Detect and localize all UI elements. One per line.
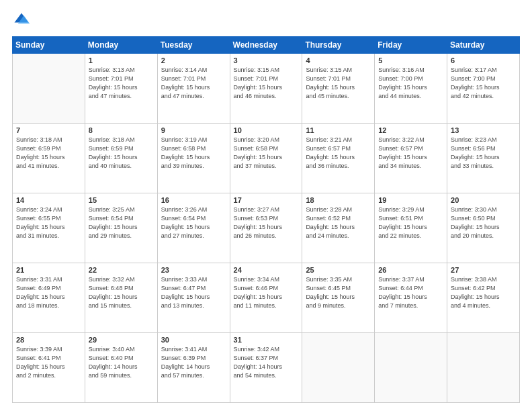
day-number: 19 (378, 196, 443, 204)
day-info: Sunrise: 3:22 AM Sunset: 6:57 PM Dayligh… (378, 136, 443, 171)
weekday-sunday: Sunday (13, 37, 85, 54)
day-number: 16 (161, 196, 226, 204)
day-number: 23 (161, 266, 226, 274)
calendar-cell: 31Sunrise: 3:42 AM Sunset: 6:37 PM Dayli… (230, 333, 302, 403)
calendar-cell: 2Sunrise: 3:14 AM Sunset: 7:01 PM Daylig… (157, 54, 230, 124)
day-number: 22 (89, 266, 154, 274)
day-number: 8 (89, 126, 154, 134)
day-number: 10 (234, 126, 299, 134)
day-info: Sunrise: 3:17 AM Sunset: 7:00 PM Dayligh… (451, 66, 516, 101)
calendar-cell (447, 333, 520, 403)
day-number: 1 (89, 56, 154, 64)
day-number: 20 (451, 196, 516, 204)
day-info: Sunrise: 3:18 AM Sunset: 6:59 PM Dayligh… (16, 136, 81, 171)
calendar-cell: 30Sunrise: 3:41 AM Sunset: 6:39 PM Dayli… (157, 333, 230, 403)
day-info: Sunrise: 3:32 AM Sunset: 6:48 PM Dayligh… (89, 275, 154, 310)
calendar-cell: 27Sunrise: 3:38 AM Sunset: 6:42 PM Dayli… (447, 263, 520, 333)
calendar-cell: 25Sunrise: 3:35 AM Sunset: 6:45 PM Dayli… (302, 263, 375, 333)
calendar-week-4: 28Sunrise: 3:39 AM Sunset: 6:41 PM Dayli… (13, 333, 520, 403)
day-number: 31 (234, 336, 299, 344)
calendar-cell: 3Sunrise: 3:15 AM Sunset: 7:01 PM Daylig… (230, 54, 302, 124)
calendar-cell: 13Sunrise: 3:23 AM Sunset: 6:56 PM Dayli… (447, 124, 520, 193)
calendar-cell: 14Sunrise: 3:24 AM Sunset: 6:55 PM Dayli… (13, 193, 85, 263)
day-number: 25 (306, 266, 371, 274)
calendar-cell: 15Sunrise: 3:25 AM Sunset: 6:54 PM Dayli… (85, 193, 157, 263)
day-info: Sunrise: 3:37 AM Sunset: 6:44 PM Dayligh… (378, 275, 443, 310)
calendar-cell: 5Sunrise: 3:16 AM Sunset: 7:00 PM Daylig… (375, 54, 447, 124)
day-info: Sunrise: 3:16 AM Sunset: 7:00 PM Dayligh… (378, 66, 443, 101)
day-info: Sunrise: 3:30 AM Sunset: 6:50 PM Dayligh… (451, 205, 516, 240)
logo (12, 11, 34, 30)
day-number: 12 (378, 126, 443, 134)
day-info: Sunrise: 3:21 AM Sunset: 6:57 PM Dayligh… (306, 136, 371, 171)
day-info: Sunrise: 3:38 AM Sunset: 6:42 PM Dayligh… (451, 275, 516, 310)
calendar-cell: 12Sunrise: 3:22 AM Sunset: 6:57 PM Dayli… (375, 124, 447, 193)
day-number: 5 (378, 56, 443, 64)
day-number: 6 (451, 56, 516, 64)
calendar-cell: 24Sunrise: 3:34 AM Sunset: 6:46 PM Dayli… (230, 263, 302, 333)
calendar-table: SundayMondayTuesdayWednesdayThursdayFrid… (12, 36, 520, 403)
day-info: Sunrise: 3:31 AM Sunset: 6:49 PM Dayligh… (16, 275, 81, 310)
day-info: Sunrise: 3:19 AM Sunset: 6:58 PM Dayligh… (161, 136, 226, 171)
day-number: 15 (89, 196, 154, 204)
day-info: Sunrise: 3:33 AM Sunset: 6:47 PM Dayligh… (161, 275, 226, 310)
day-number: 26 (378, 266, 443, 274)
calendar-cell: 20Sunrise: 3:30 AM Sunset: 6:50 PM Dayli… (447, 193, 520, 263)
calendar-week-2: 14Sunrise: 3:24 AM Sunset: 6:55 PM Dayli… (13, 193, 520, 263)
calendar-cell: 19Sunrise: 3:29 AM Sunset: 6:51 PM Dayli… (375, 193, 447, 263)
weekday-header-row: SundayMondayTuesdayWednesdayThursdayFrid… (13, 37, 520, 54)
day-number: 2 (161, 56, 226, 64)
calendar-cell: 4Sunrise: 3:15 AM Sunset: 7:01 PM Daylig… (302, 54, 375, 124)
weekday-friday: Friday (375, 37, 447, 54)
calendar-cell: 7Sunrise: 3:18 AM Sunset: 6:59 PM Daylig… (13, 124, 85, 193)
day-number: 18 (306, 196, 371, 204)
day-info: Sunrise: 3:23 AM Sunset: 6:56 PM Dayligh… (451, 136, 516, 171)
calendar-cell: 10Sunrise: 3:20 AM Sunset: 6:58 PM Dayli… (230, 124, 302, 193)
day-info: Sunrise: 3:26 AM Sunset: 6:54 PM Dayligh… (161, 205, 226, 240)
day-info: Sunrise: 3:35 AM Sunset: 6:45 PM Dayligh… (306, 275, 371, 310)
calendar-cell: 26Sunrise: 3:37 AM Sunset: 6:44 PM Dayli… (375, 263, 447, 333)
day-number: 7 (16, 126, 81, 134)
calendar-cell (13, 54, 85, 124)
day-info: Sunrise: 3:18 AM Sunset: 6:59 PM Dayligh… (89, 136, 154, 171)
weekday-monday: Monday (85, 37, 157, 54)
day-info: Sunrise: 3:15 AM Sunset: 7:01 PM Dayligh… (234, 66, 299, 101)
weekday-wednesday: Wednesday (230, 37, 302, 54)
day-info: Sunrise: 3:15 AM Sunset: 7:01 PM Dayligh… (306, 66, 371, 101)
day-number: 27 (451, 266, 516, 274)
day-info: Sunrise: 3:28 AM Sunset: 6:52 PM Dayligh… (306, 205, 371, 240)
day-number: 17 (234, 196, 299, 204)
weekday-thursday: Thursday (302, 37, 375, 54)
calendar-cell: 29Sunrise: 3:40 AM Sunset: 6:40 PM Dayli… (85, 333, 157, 403)
day-number: 4 (306, 56, 371, 64)
weekday-tuesday: Tuesday (157, 37, 230, 54)
day-info: Sunrise: 3:14 AM Sunset: 7:01 PM Dayligh… (161, 66, 226, 101)
day-number: 13 (451, 126, 516, 134)
logo-icon (12, 11, 31, 30)
calendar-week-0: 1Sunrise: 3:13 AM Sunset: 7:01 PM Daylig… (13, 54, 520, 124)
day-number: 28 (16, 336, 81, 344)
day-info: Sunrise: 3:20 AM Sunset: 6:58 PM Dayligh… (234, 136, 299, 171)
day-number: 14 (16, 196, 81, 204)
day-info: Sunrise: 3:39 AM Sunset: 6:41 PM Dayligh… (16, 345, 81, 380)
day-number: 29 (89, 336, 154, 344)
calendar-cell: 9Sunrise: 3:19 AM Sunset: 6:58 PM Daylig… (157, 124, 230, 193)
day-info: Sunrise: 3:29 AM Sunset: 6:51 PM Dayligh… (378, 205, 443, 240)
calendar-cell: 11Sunrise: 3:21 AM Sunset: 6:57 PM Dayli… (302, 124, 375, 193)
day-info: Sunrise: 3:25 AM Sunset: 6:54 PM Dayligh… (89, 205, 154, 240)
day-number: 3 (234, 56, 299, 64)
calendar-cell (302, 333, 375, 403)
day-number: 9 (161, 126, 226, 134)
calendar-cell: 21Sunrise: 3:31 AM Sunset: 6:49 PM Dayli… (13, 263, 85, 333)
calendar-week-1: 7Sunrise: 3:18 AM Sunset: 6:59 PM Daylig… (13, 124, 520, 193)
day-info: Sunrise: 3:27 AM Sunset: 6:53 PM Dayligh… (234, 205, 299, 240)
calendar-cell: 16Sunrise: 3:26 AM Sunset: 6:54 PM Dayli… (157, 193, 230, 263)
header (12, 11, 520, 30)
day-number: 24 (234, 266, 299, 274)
day-number: 11 (306, 126, 371, 134)
calendar-cell: 17Sunrise: 3:27 AM Sunset: 6:53 PM Dayli… (230, 193, 302, 263)
calendar-cell: 8Sunrise: 3:18 AM Sunset: 6:59 PM Daylig… (85, 124, 157, 193)
page: SundayMondayTuesdayWednesdayThursdayFrid… (0, 0, 532, 411)
day-info: Sunrise: 3:41 AM Sunset: 6:39 PM Dayligh… (161, 345, 226, 380)
calendar-cell: 28Sunrise: 3:39 AM Sunset: 6:41 PM Dayli… (13, 333, 85, 403)
